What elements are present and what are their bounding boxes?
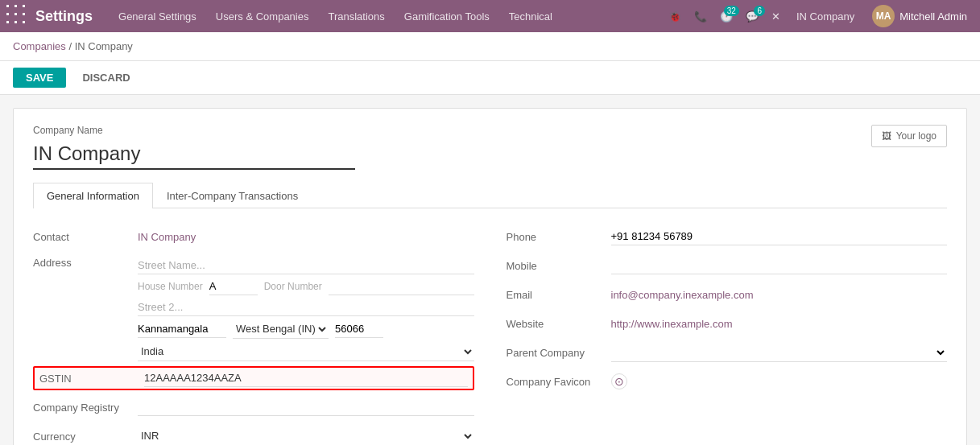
- save-button[interactable]: SAVE: [13, 68, 66, 88]
- address-label: Address: [33, 257, 138, 269]
- city-input[interactable]: [138, 320, 226, 338]
- contact-label: Contact: [33, 231, 138, 243]
- clock-badge: 32: [724, 6, 739, 16]
- street2-input[interactable]: [138, 299, 474, 316]
- main-content: Company Name 🖼 Your logo General Informa…: [0, 95, 980, 445]
- zip-input[interactable]: [335, 320, 383, 338]
- state-select[interactable]: West Bengal (IN): [233, 319, 329, 339]
- user-name: Mitchell Admin: [899, 10, 967, 23]
- company-favicon-row: Company Favicon ⊙: [507, 369, 948, 393]
- email-label: Email: [507, 289, 611, 301]
- phone-label: Phone: [507, 231, 611, 243]
- company-favicon-img[interactable]: ⊙: [611, 373, 627, 389]
- tabs: General Information Inter-Company Transa…: [33, 183, 947, 208]
- mobile-row: Mobile: [507, 253, 948, 278]
- app-title: Settings: [35, 8, 93, 25]
- company-registry-input[interactable]: [138, 398, 474, 416]
- email-value[interactable]: info@company.inexample.com: [611, 289, 754, 301]
- close-icon-btn[interactable]: ✕: [767, 7, 785, 26]
- city-state-zip-row: West Bengal (IN): [138, 319, 474, 339]
- company-registry-label: Company Registry: [33, 402, 138, 414]
- company-header: Company Name 🖼 Your logo: [33, 125, 947, 170]
- currency-row: Currency INR: [33, 424, 474, 445]
- discard-button[interactable]: DISCARD: [72, 68, 139, 88]
- breadcrumb-parent[interactable]: Companies: [13, 40, 66, 52]
- phone-input[interactable]: [611, 228, 948, 245]
- parent-company-row: Parent Company: [507, 340, 948, 365]
- tab-general-info[interactable]: General Information: [33, 183, 153, 208]
- topbar: Settings General Settings Users & Compan…: [0, 0, 980, 32]
- apps-menu-button[interactable]: [6, 5, 29, 27]
- email-row: Email info@company.inexample.com: [507, 282, 948, 307]
- breadcrumb-current: IN Company: [75, 40, 133, 52]
- user-menu[interactable]: MA Mitchell Admin: [866, 5, 974, 27]
- street-input[interactable]: [138, 257, 474, 274]
- nav-users-companies[interactable]: Users & Companies: [206, 0, 319, 32]
- logo-button[interactable]: 🖼 Your logo: [871, 125, 947, 147]
- currency-select[interactable]: INR: [138, 426, 474, 445]
- currency-label: Currency: [33, 431, 138, 443]
- form-left: Contact IN Company Address House Number …: [33, 225, 474, 445]
- door-label: Door Number: [264, 281, 322, 292]
- company-favicon-label: Company Favicon: [507, 376, 611, 388]
- form-section: Contact IN Company Address House Number …: [33, 225, 947, 445]
- top-nav: General Settings Users & Companies Trans…: [109, 0, 664, 32]
- address-row: Address House Number Door Number: [33, 253, 474, 361]
- door-input[interactable]: [329, 278, 474, 295]
- parent-company-label: Parent Company: [507, 347, 611, 359]
- topbar-company: IN Company: [788, 10, 862, 23]
- phone-icon-btn[interactable]: 📞: [689, 7, 712, 26]
- chat-icon-btn[interactable]: 💬 6: [741, 7, 763, 26]
- company-registry-row: Company Registry: [33, 395, 474, 419]
- image-icon: 🖼: [882, 130, 891, 142]
- country-select[interactable]: India: [138, 342, 474, 361]
- gstin-input[interactable]: [144, 369, 468, 387]
- company-name-input[interactable]: [33, 139, 355, 170]
- form-right: Phone Mobile Email info@company: [507, 225, 948, 445]
- contact-value[interactable]: IN Company: [138, 231, 196, 243]
- mobile-input[interactable]: [611, 257, 948, 274]
- company-name-label: Company Name: [33, 125, 355, 136]
- contact-row: Contact IN Company: [33, 225, 474, 249]
- user-avatar: MA: [872, 5, 895, 27]
- website-value[interactable]: http://www.inexample.com: [611, 318, 733, 330]
- gstin-row: GSTIN: [33, 366, 474, 390]
- nav-general-settings[interactable]: General Settings: [109, 0, 206, 32]
- house-label: House Number: [138, 281, 203, 292]
- website-label: Website: [507, 318, 611, 330]
- chat-badge: 6: [754, 6, 765, 16]
- topbar-icons: 🐞 📞 🕐 32 💬 6 ✕ IN Company MA Mitchell Ad…: [664, 5, 974, 27]
- action-bar: SAVE DISCARD: [0, 61, 980, 95]
- tab-inter-company[interactable]: Inter-Company Transactions: [153, 183, 312, 208]
- mobile-label: Mobile: [507, 260, 611, 272]
- house-input[interactable]: [209, 278, 258, 295]
- breadcrumb: Companies / IN Company: [0, 32, 980, 61]
- website-row: Website http://www.inexample.com: [507, 311, 948, 336]
- nav-gamification-tools[interactable]: Gamification Tools: [395, 0, 499, 32]
- form-card: Company Name 🖼 Your logo General Informa…: [13, 108, 967, 445]
- address-fields: House Number Door Number West Bengal (IN…: [138, 257, 474, 361]
- nav-translations[interactable]: Translations: [318, 0, 394, 32]
- nav-technical[interactable]: Technical: [499, 0, 562, 32]
- gstin-label: GSTIN: [39, 373, 144, 385]
- phone-row: Phone: [507, 225, 948, 249]
- house-door-row: House Number Door Number: [138, 278, 474, 295]
- breadcrumb-separator: /: [68, 40, 74, 52]
- parent-company-select[interactable]: [611, 343, 948, 362]
- clock-icon-btn[interactable]: 🕐 32: [715, 7, 738, 26]
- bug-icon-btn[interactable]: 🐞: [664, 7, 686, 26]
